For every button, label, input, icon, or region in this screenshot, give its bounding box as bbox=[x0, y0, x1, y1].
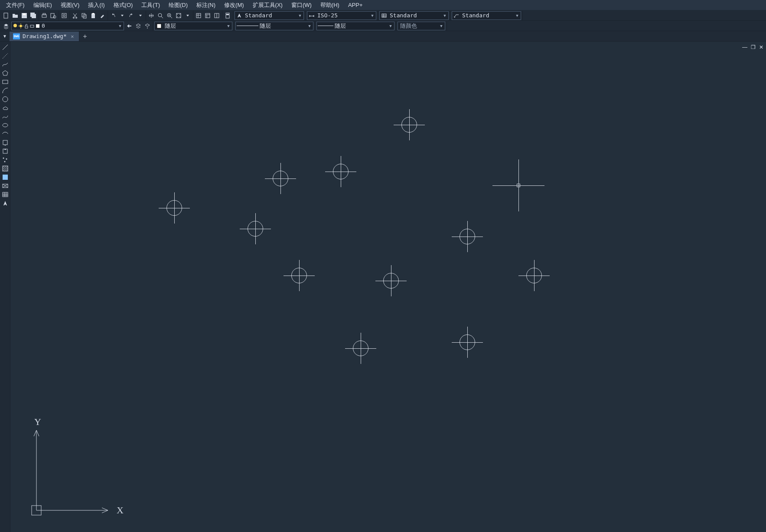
open-folder-button[interactable] bbox=[11, 12, 19, 19]
svg-point-33 bbox=[3, 97, 8, 102]
tab-list-button[interactable]: ▼ bbox=[0, 32, 10, 41]
dimstyle-combo[interactable]: ISO-25 ▼ bbox=[307, 11, 376, 20]
cut-button[interactable] bbox=[71, 12, 79, 19]
textstyle-value: Standard bbox=[244, 12, 297, 19]
print-button[interactable] bbox=[40, 12, 48, 19]
dwg-file-icon: DWG bbox=[13, 33, 20, 39]
color-combo[interactable]: 随层 ▼ bbox=[154, 22, 232, 30]
menu-appplus[interactable]: APP+ bbox=[344, 1, 367, 9]
ellipse-arc-tool[interactable] bbox=[1, 130, 10, 138]
textstyle-combo[interactable]: Standard ▼ bbox=[235, 11, 304, 20]
find-button[interactable] bbox=[60, 12, 68, 19]
plotstyle-combo[interactable]: 随颜色 ▼ bbox=[398, 22, 445, 30]
arc-tool[interactable] bbox=[1, 87, 10, 94]
gradient-tool[interactable] bbox=[1, 173, 10, 181]
zoom-window-button[interactable] bbox=[166, 12, 173, 19]
zoom-extents-button[interactable] bbox=[175, 12, 183, 19]
polyline-tool[interactable] bbox=[1, 61, 10, 68]
print-preview-button[interactable] bbox=[49, 12, 57, 19]
mleaderstyle-combo[interactable]: Standard ▼ bbox=[452, 11, 521, 20]
svg-point-8 bbox=[53, 16, 56, 18]
svg-rect-5 bbox=[42, 15, 46, 17]
menu-modify[interactable]: 修改(M) bbox=[220, 0, 248, 10]
tab-close-button[interactable]: ✕ bbox=[69, 33, 75, 39]
layer-combo[interactable]: 0 ▼ bbox=[11, 22, 124, 30]
svg-rect-4 bbox=[32, 14, 36, 18]
tool-palettes-button[interactable] bbox=[213, 12, 221, 19]
document-tab-label: Drawing1.dwg* bbox=[23, 33, 67, 39]
hatch-tool[interactable] bbox=[1, 165, 10, 172]
linetype-combo[interactable]: 随层 ▼ bbox=[235, 22, 313, 30]
save-button[interactable] bbox=[20, 12, 28, 19]
match-prop-button[interactable] bbox=[98, 12, 106, 19]
design-center-button[interactable] bbox=[204, 12, 212, 19]
menu-help[interactable]: 帮助(H) bbox=[316, 0, 344, 10]
menu-tools[interactable]: 工具(T) bbox=[137, 0, 164, 10]
copy-button[interactable] bbox=[80, 12, 88, 19]
mtext-tool[interactable] bbox=[1, 199, 10, 207]
tab-new-button[interactable] bbox=[80, 32, 90, 41]
menu-window[interactable]: 窗口(W) bbox=[287, 0, 316, 10]
color-value: 随层 bbox=[163, 22, 226, 30]
polygon-tool[interactable] bbox=[1, 69, 10, 77]
svg-point-38 bbox=[6, 159, 7, 160]
menu-file[interactable]: 文件(F) bbox=[2, 0, 29, 10]
document-tab-active[interactable]: DWG Drawing1.dwg* ✕ bbox=[10, 32, 79, 41]
mleaderstyle-value: Standard bbox=[461, 12, 515, 19]
rectangle-tool[interactable] bbox=[1, 78, 10, 86]
xline-tool[interactable] bbox=[1, 52, 10, 60]
svg-rect-20 bbox=[196, 13, 201, 18]
zoom-list-button[interactable] bbox=[184, 12, 192, 19]
region-tool[interactable] bbox=[1, 182, 10, 190]
bulb-on-icon bbox=[13, 23, 18, 29]
svg-rect-24 bbox=[226, 14, 229, 15]
dropdown-arrow-icon: ▼ bbox=[388, 24, 393, 28]
properties-button[interactable] bbox=[195, 12, 202, 19]
layer-iso-button[interactable] bbox=[134, 22, 142, 30]
menu-edit[interactable]: 编辑(E) bbox=[29, 0, 56, 10]
menu-bar: 文件(F) 编辑(E) 视图(V) 插入(I) 格式(O) 工具(T) 绘图(D… bbox=[0, 0, 766, 10]
redo-list-button[interactable] bbox=[137, 12, 144, 19]
ellipse-tool[interactable] bbox=[1, 121, 10, 129]
lineweight-combo[interactable]: 随层 ▼ bbox=[316, 22, 394, 30]
paste-button[interactable] bbox=[89, 12, 97, 19]
pan-button[interactable] bbox=[147, 12, 155, 19]
revcloud-tool[interactable] bbox=[1, 104, 10, 112]
svg-rect-35 bbox=[3, 140, 7, 145]
document-tabstrip: ▼ DWG Drawing1.dwg* ✕ bbox=[0, 31, 766, 42]
toolbar-row-2: 0 ▼ 随层 ▼ 随层 ▼ 随层 ▼ 随颜色 ▼ bbox=[0, 21, 766, 31]
saveall-button[interactable] bbox=[29, 12, 37, 19]
menu-express[interactable]: 扩展工具(X) bbox=[248, 0, 287, 10]
undo-button[interactable] bbox=[109, 12, 117, 19]
layer-walk-button[interactable] bbox=[143, 22, 151, 30]
svg-rect-10 bbox=[63, 15, 65, 16]
svg-rect-30 bbox=[36, 24, 39, 28]
insert-block-tool[interactable] bbox=[1, 139, 10, 146]
layer-manager-button[interactable] bbox=[2, 22, 10, 30]
line-tool[interactable] bbox=[1, 43, 10, 51]
make-block-tool[interactable] bbox=[1, 147, 10, 155]
circle-tool[interactable] bbox=[1, 95, 10, 103]
menu-view[interactable]: 视图(V) bbox=[56, 0, 84, 10]
layer-prev-button[interactable] bbox=[125, 22, 133, 30]
table-tool[interactable] bbox=[1, 191, 10, 198]
mleaderstyle-icon bbox=[453, 12, 460, 19]
point-tool[interactable] bbox=[1, 156, 10, 164]
menu-dim[interactable]: 标注(N) bbox=[192, 0, 220, 10]
undo-list-button[interactable] bbox=[118, 12, 126, 19]
drawing-canvas[interactable]: — ❐ ✕ X Y bbox=[10, 42, 766, 532]
zoom-realtime-button[interactable] bbox=[156, 12, 164, 19]
spline-tool[interactable] bbox=[1, 113, 10, 120]
menu-draw[interactable]: 绘图(D) bbox=[164, 0, 192, 10]
tablestyle-combo[interactable]: Standard ▼ bbox=[379, 11, 449, 20]
svg-rect-23 bbox=[226, 13, 229, 18]
color-swatch-icon bbox=[35, 23, 40, 29]
redo-button[interactable] bbox=[127, 12, 135, 19]
menu-insert[interactable]: 插入(I) bbox=[84, 0, 109, 10]
dropdown-arrow-icon: ▼ bbox=[307, 24, 312, 28]
menu-format[interactable]: 格式(O) bbox=[109, 0, 137, 10]
dropdown-arrow-icon: ▼ bbox=[439, 24, 444, 28]
new-file-button[interactable] bbox=[2, 12, 10, 19]
calc-button[interactable] bbox=[224, 12, 231, 19]
color-swatch-icon bbox=[156, 23, 163, 29]
